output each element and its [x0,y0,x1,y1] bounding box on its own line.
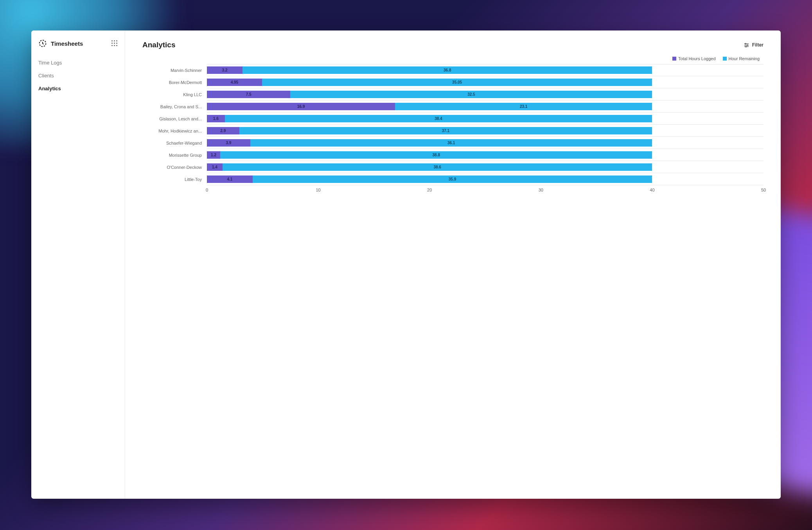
chart-row: 2.937.1 [207,125,763,137]
bar-segment-remaining: 23.1 [395,103,652,110]
chart-plot: 3.236.84.9535.057.532.516.923.11.638.42.… [207,64,763,185]
chart-bar[interactable]: 3.936.1 [207,139,763,147]
chart-category-label: Gislason, Lesch and... [142,113,205,125]
apps-grid-icon[interactable] [111,40,118,47]
bar-segment-remaining: 36.8 [243,66,652,74]
bar-segment-remaining: 38.8 [220,151,652,159]
bar-segment-remaining: 35.05 [262,79,652,86]
svg-point-4 [747,45,748,46]
chart-row: 4.135.9 [207,173,763,185]
legend-item-logged[interactable]: Total Hours Logged [672,56,715,61]
bar-segment-logged: 7.5 [207,91,290,98]
bar-segment-remaining: 38.4 [225,115,652,122]
chart-bar[interactable]: 1.238.8 [207,151,763,159]
chart-bar[interactable]: 4.9535.05 [207,79,763,86]
chart-bar[interactable]: 4.135.9 [207,175,763,183]
chart-x-tick: 20 [427,188,432,192]
page-title: Analytics [142,41,175,49]
bar-segment-logged: 16.9 [207,103,395,110]
chart-row: 1.438.6 [207,161,763,173]
bar-segment-logged: 3.2 [207,66,243,74]
sidebar-header: Timesheets [31,37,125,56]
filter-label: Filter [752,42,763,48]
chart-x-tick: 0 [206,188,208,192]
chart-row: 4.9535.05 [207,76,763,88]
bar-segment-logged: 3.9 [207,139,250,147]
chart-bar[interactable]: 2.937.1 [207,127,763,134]
chart-legend: Total Hours Logged Hour Remaining [142,56,763,61]
chart-category-label: Kling LLC [142,88,205,100]
bar-segment-logged: 1.4 [207,163,223,171]
sidebar-item-time-logs[interactable]: Time Logs [31,56,125,69]
chart-category-label: Little-Toy [142,173,205,185]
bar-segment-remaining: 35.9 [253,175,652,183]
chart-category-label: Mohr, Hodkiewicz an... [142,125,205,137]
chart-y-labels: Marvin-SchinnerBorer-McDermottKling LLCB… [142,64,205,185]
chart-row: 3.236.8 [207,64,763,76]
bar-segment-remaining: 37.1 [239,127,652,134]
chart-bar[interactable]: 7.532.5 [207,91,763,98]
chart-row: 1.638.4 [207,113,763,125]
chart-row: 1.238.8 [207,149,763,161]
chart-category-label: Morissette Group [142,149,205,161]
chart-row: 7.532.5 [207,88,763,100]
chart-category-label: Borer-McDermott [142,76,205,88]
chart-x-tick: 50 [761,188,766,192]
main-header: Analytics Filter [142,41,763,49]
bar-segment-remaining: 36.1 [250,139,652,147]
bar-segment-logged: 4.1 [207,175,253,183]
main-content: Analytics Filter Total Hours Logged [125,30,781,499]
chart-x-tick: 40 [650,188,654,192]
app-window: Timesheets Time Logs Clients Analytics A… [31,30,781,499]
legend-swatch-logged [672,57,676,61]
bar-segment-remaining: 38.6 [223,163,652,171]
svg-point-2 [745,43,746,44]
chart-row: 3.936.1 [207,137,763,149]
svg-point-6 [746,46,747,47]
app-title: Timesheets [51,40,108,47]
sidebar-nav: Time Logs Clients Analytics [31,56,125,95]
legend-swatch-remaining [723,57,727,61]
chart: Marvin-SchinnerBorer-McDermottKling LLCB… [142,64,763,207]
chart-category-label: O'Conner-Deckow [142,161,205,173]
chart-bar[interactable]: 1.438.6 [207,163,763,171]
filter-icon [744,42,749,48]
legend-item-remaining[interactable]: Hour Remaining [723,56,760,61]
sidebar-item-analytics[interactable]: Analytics [31,82,125,95]
bar-segment-logged: 1.6 [207,115,225,122]
bar-segment-logged: 2.9 [207,127,239,134]
chart-category-label: Schaefer-Wiegand [142,137,205,149]
legend-label-logged: Total Hours Logged [678,56,715,61]
bar-segment-remaining: 32.5 [290,91,652,98]
sidebar-item-clients[interactable]: Clients [31,69,125,82]
chart-x-axis: 01020304050 [207,185,763,196]
chart-x-tick: 30 [539,188,543,192]
sidebar: Timesheets Time Logs Clients Analytics [31,30,125,499]
filter-button[interactable]: Filter [744,42,763,48]
chart-x-tick: 10 [316,188,320,192]
chart-category-label: Bailey, Crona and S... [142,100,205,113]
chart-row: 16.923.1 [207,100,763,113]
timesheets-logo-icon [38,39,47,48]
chart-bar[interactable]: 16.923.1 [207,103,763,110]
bar-segment-logged: 4.95 [207,79,262,86]
bar-segment-logged: 1.2 [207,151,220,159]
chart-bar[interactable]: 3.236.8 [207,66,763,74]
legend-label-remaining: Hour Remaining [729,56,760,61]
chart-category-label: Marvin-Schinner [142,64,205,76]
chart-bar[interactable]: 1.638.4 [207,115,763,122]
